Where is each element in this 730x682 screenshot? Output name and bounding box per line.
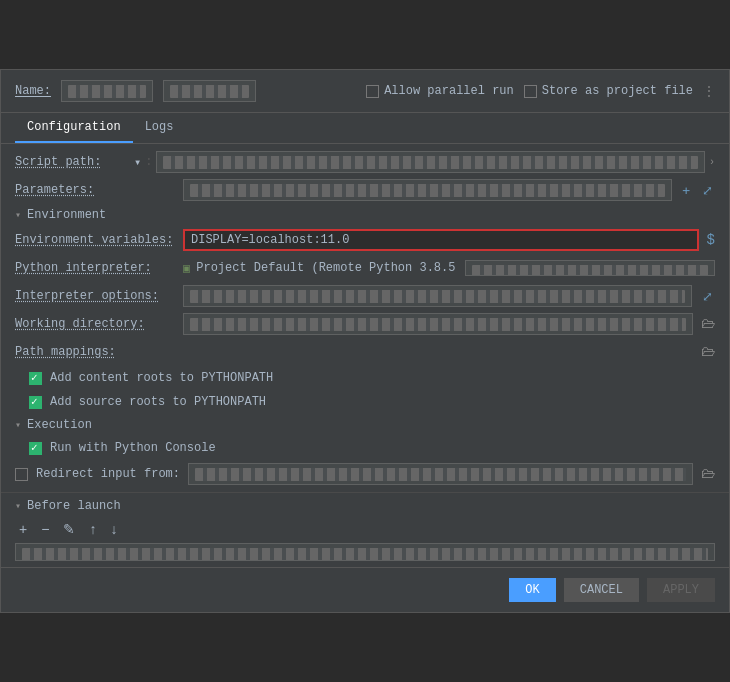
- allow-parallel-checkbox[interactable]: [366, 85, 379, 98]
- path-mappings-row: Path mappings: 🗁: [1, 338, 729, 366]
- dialog-footer: OK CANCEL APPLY: [1, 567, 729, 612]
- store-project-label: Store as project file: [542, 84, 693, 98]
- working-directory-label: Working directory:: [15, 317, 175, 331]
- allow-parallel-label: Allow parallel run: [384, 84, 514, 98]
- python-interpreter-label: Python interpreter:: [15, 261, 175, 275]
- redirect-input-row: Redirect input from: 🗁: [1, 460, 729, 488]
- parameters-label: Parameters:: [15, 183, 175, 197]
- script-path-dropdown[interactable]: ▾: [134, 155, 141, 170]
- before-launch-label: Before launch: [27, 499, 121, 513]
- parameters-input[interactable]: [183, 179, 672, 201]
- env-vars-label: Environment variables:: [15, 233, 175, 247]
- type-input[interactable]: [163, 80, 255, 102]
- path-mappings-label: Path mappings:: [15, 345, 175, 359]
- environment-section-header[interactable]: ▾ Environment: [1, 204, 729, 226]
- expand-interp-btn[interactable]: ⤢: [700, 287, 715, 306]
- script-path-separator: :: [145, 155, 152, 169]
- add-content-roots-row: Add content roots to PYTHONPATH: [1, 366, 729, 390]
- add-param-btn[interactable]: +: [680, 181, 692, 200]
- name-input[interactable]: [61, 80, 153, 102]
- expand-param-btn[interactable]: ⤢: [700, 181, 715, 200]
- execution-label: Execution: [27, 418, 92, 432]
- add-source-roots-checkbox[interactable]: [29, 396, 42, 409]
- redirect-input-field[interactable]: [188, 463, 693, 485]
- run-python-console-row: Run with Python Console: [1, 436, 729, 460]
- script-path-input[interactable]: [156, 151, 705, 173]
- config-section: Script path: ▾ : › Parameters: + ⤢ ▾ Env…: [1, 144, 729, 492]
- add-source-roots-row: Add source roots to PYTHONPATH: [1, 390, 729, 414]
- before-launch-header[interactable]: ▾ Before launch: [15, 499, 715, 513]
- run-python-console-label: Run with Python Console: [50, 441, 216, 455]
- redirect-folder-icon[interactable]: 🗁: [701, 466, 715, 482]
- more-options-icon[interactable]: ⋮: [703, 84, 715, 99]
- python-icon: ▣: [183, 261, 190, 276]
- dialog-body: Script path: ▾ : › Parameters: + ⤢ ▾ Env…: [1, 144, 729, 492]
- before-launch-toolbar: + − ✎ ↑ ↓: [15, 519, 715, 539]
- python-interpreter-row: Python interpreter: ▣ Project Default (R…: [1, 254, 729, 282]
- tab-logs[interactable]: Logs: [133, 113, 186, 143]
- environment-label: Environment: [27, 208, 106, 222]
- name-label: Name:: [15, 84, 51, 98]
- add-source-roots-label: Add source roots to PYTHONPATH: [50, 395, 266, 409]
- run-debug-dialog: Name: Allow parallel run Store as projec…: [0, 69, 730, 613]
- ok-button[interactable]: OK: [509, 578, 555, 602]
- dialog-header: Name: Allow parallel run Store as projec…: [1, 70, 729, 113]
- interpreter-options-row: Interpreter options: ⤢: [1, 282, 729, 310]
- execution-chevron: ▾: [15, 419, 21, 431]
- interpreter-options-input[interactable]: [183, 285, 692, 307]
- store-project-checkbox[interactable]: [524, 85, 537, 98]
- move-up-before-launch-btn[interactable]: ↑: [85, 519, 100, 539]
- dollar-icon: $: [707, 232, 715, 248]
- env-vars-input[interactable]: DISPLAY=localhost:11.0: [183, 229, 699, 251]
- add-before-launch-btn[interactable]: +: [15, 519, 31, 539]
- script-path-label: Script path:: [15, 155, 130, 169]
- redirect-input-label: Redirect input from:: [36, 467, 180, 481]
- before-launch-list: [15, 543, 715, 561]
- allow-parallel-checkbox-wrap[interactable]: Allow parallel run: [366, 84, 514, 98]
- interpreter-options-label: Interpreter options:: [15, 289, 175, 303]
- env-vars-row: Environment variables: DISPLAY=localhost…: [1, 226, 729, 254]
- python-interpreter-value[interactable]: ▣ Project Default (Remote Python 3.8.5: [183, 260, 715, 276]
- redirect-input-checkbox[interactable]: [15, 468, 28, 481]
- parameters-row: Parameters: + ⤢: [1, 176, 729, 204]
- environment-chevron: ▾: [15, 209, 21, 221]
- edit-before-launch-btn[interactable]: ✎: [59, 519, 79, 539]
- path-mappings-folder-icon[interactable]: 🗁: [701, 344, 715, 360]
- add-content-roots-label: Add content roots to PYTHONPATH: [50, 371, 273, 385]
- script-path-row: Script path: ▾ : ›: [1, 148, 729, 176]
- working-directory-row: Working directory: 🗁: [1, 310, 729, 338]
- run-python-console-checkbox[interactable]: [29, 442, 42, 455]
- before-launch-section: ▾ Before launch + − ✎ ↑ ↓: [1, 492, 729, 567]
- remove-before-launch-btn[interactable]: −: [37, 519, 53, 539]
- script-path-arrow: ›: [709, 157, 715, 168]
- working-directory-input[interactable]: [183, 313, 693, 335]
- execution-section-header[interactable]: ▾ Execution: [1, 414, 729, 436]
- working-directory-folder-icon[interactable]: 🗁: [701, 316, 715, 332]
- tabs-bar: Configuration Logs: [1, 113, 729, 144]
- interpreter-extra: [465, 260, 715, 276]
- store-project-checkbox-wrap[interactable]: Store as project file: [524, 84, 693, 98]
- before-launch-chevron: ▾: [15, 500, 21, 512]
- apply-button[interactable]: APPLY: [647, 578, 715, 602]
- tab-configuration[interactable]: Configuration: [15, 113, 133, 143]
- move-down-before-launch-btn[interactable]: ↓: [106, 519, 121, 539]
- add-content-roots-checkbox[interactable]: [29, 372, 42, 385]
- cancel-button[interactable]: CANCEL: [564, 578, 639, 602]
